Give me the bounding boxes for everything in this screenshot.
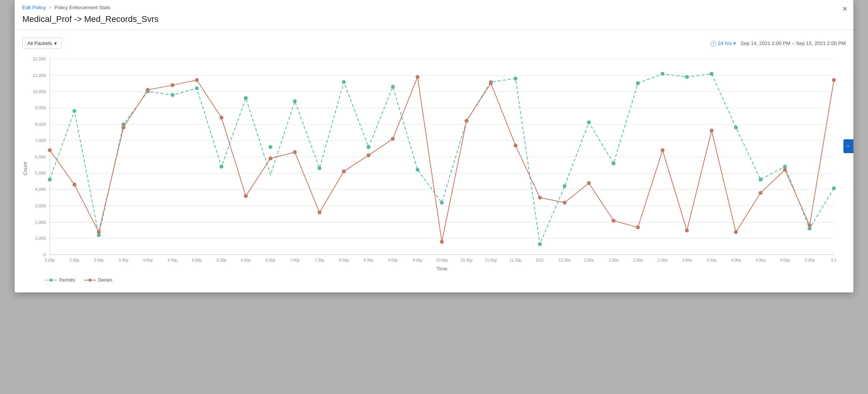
svg-text:8:00p: 8:00p (339, 258, 349, 262)
svg-point-119 (612, 219, 616, 222)
modal-header: Edit Policy > Policy Enforcement Stats M… (15, 0, 853, 30)
breadcrumb-current: Policy Enforcement Stats (55, 5, 110, 10)
denies-line-icon (84, 278, 96, 282)
svg-text:9:30p: 9:30p (412, 258, 422, 262)
svg-point-87 (636, 81, 640, 85)
close-button[interactable]: × (842, 5, 847, 13)
svg-point-115 (514, 144, 517, 147)
svg-point-114 (489, 81, 493, 85)
svg-point-116 (538, 195, 542, 199)
time-range-button[interactable]: 🕐 24 hrs ▾ (710, 40, 736, 47)
svg-point-98 (97, 230, 101, 234)
svg-text:10:30p: 10:30p (461, 258, 472, 262)
svg-point-126 (783, 168, 787, 172)
svg-text:4:00a: 4:00a (731, 258, 741, 262)
breadcrumb-separator: > (49, 5, 52, 10)
svg-point-120 (636, 225, 640, 229)
date-range-label: Sep 14, 2021 2:00 PM – Sep 15, 2021 2:00… (741, 40, 846, 46)
denies-label: Denies (98, 277, 112, 283)
svg-point-130 (50, 279, 53, 282)
svg-text:7:00p: 7:00p (290, 258, 300, 262)
svg-point-92 (759, 178, 763, 182)
svg-point-77 (391, 85, 395, 88)
svg-point-73 (293, 99, 297, 103)
svg-text:5:00a: 5:00a (780, 258, 790, 262)
svg-point-91 (734, 125, 738, 129)
permits-line-icon (45, 278, 57, 282)
svg-text:4:30p: 4:30p (168, 258, 178, 262)
svg-point-106 (293, 150, 297, 154)
page-title: Medical_Prof -> Med_Records_Svrs (22, 12, 846, 30)
svg-text:2,000: 2,000 (35, 220, 46, 225)
svg-point-90 (709, 72, 713, 76)
svg-text:Count: Count (22, 162, 28, 175)
svg-point-132 (88, 279, 92, 282)
svg-point-63 (48, 178, 52, 182)
chart-legend: Permits Denies (22, 277, 846, 283)
svg-point-103 (220, 116, 224, 120)
svg-text:7:30p: 7:30p (315, 258, 325, 262)
right-side-tab[interactable]: › (843, 139, 853, 153)
svg-point-96 (48, 148, 52, 152)
svg-point-89 (685, 75, 689, 79)
svg-point-128 (832, 78, 836, 82)
svg-text:11,000: 11,000 (33, 73, 46, 78)
svg-point-64 (72, 109, 76, 113)
svg-text:1:30a: 1:30a (609, 258, 619, 262)
svg-point-70 (220, 165, 224, 169)
svg-point-127 (808, 224, 811, 227)
svg-point-113 (464, 119, 468, 123)
svg-point-79 (440, 201, 444, 205)
time-range-value: 24 hrs (718, 40, 732, 46)
svg-text:12:30a: 12:30a (559, 258, 571, 262)
svg-text:4:00p: 4:00p (143, 258, 153, 262)
svg-point-71 (244, 96, 248, 100)
svg-text:10,000: 10,000 (33, 89, 46, 94)
svg-point-110 (391, 137, 395, 141)
filter-chevron-icon: ▾ (54, 40, 57, 46)
svg-point-102 (195, 78, 199, 82)
svg-point-125 (759, 191, 763, 195)
svg-point-78 (416, 168, 419, 172)
svg-text:4:30a: 4:30a (756, 258, 766, 262)
breadcrumb-link[interactable]: Edit Policy (22, 5, 46, 10)
svg-point-107 (317, 210, 321, 214)
svg-point-99 (122, 125, 125, 129)
svg-point-121 (661, 148, 664, 152)
svg-text:11:00p: 11:00p (485, 258, 497, 262)
svg-text:5:30a: 5:30a (805, 258, 815, 262)
svg-point-69 (195, 86, 199, 90)
svg-text:4,000: 4,000 (35, 187, 46, 192)
svg-point-88 (661, 72, 664, 76)
svg-text:2:30p: 2:30p (70, 258, 80, 262)
svg-text:0: 0 (43, 252, 46, 257)
svg-point-112 (440, 240, 444, 244)
clock-icon: 🕐 (710, 40, 716, 47)
svg-text:12,000: 12,000 (33, 57, 46, 61)
svg-text:10:00p: 10:00p (436, 258, 448, 262)
filter-label: All Packets (27, 40, 52, 46)
svg-point-122 (685, 229, 689, 232)
svg-text:7,000: 7,000 (35, 138, 46, 143)
svg-text:8:30p: 8:30p (364, 258, 374, 262)
filter-dropdown[interactable]: All Packets ▾ (22, 38, 62, 49)
svg-text:2:00p: 2:00p (45, 258, 55, 262)
svg-point-105 (269, 157, 272, 160)
svg-point-101 (170, 83, 174, 87)
svg-text:8,000: 8,000 (35, 122, 46, 127)
breadcrumb: Edit Policy > Policy Enforcement Stats (22, 5, 846, 10)
svg-text:11:30p: 11:30p (509, 258, 521, 262)
svg-text:9/15: 9/15 (536, 258, 544, 262)
svg-text:6:00p: 6:00p (241, 258, 251, 262)
svg-text:6:1: 6:1 (831, 258, 836, 262)
svg-text:3:30p: 3:30p (119, 258, 129, 262)
svg-point-97 (72, 183, 76, 187)
svg-text:2:00a: 2:00a (633, 258, 643, 262)
chart-area: Count 0 1,000 2,000 3,000 4,000 5,0 (22, 55, 846, 274)
svg-text:9:00p: 9:00p (388, 258, 398, 262)
svg-point-123 (709, 129, 713, 132)
svg-point-109 (367, 153, 371, 157)
svg-text:6,000: 6,000 (35, 155, 46, 159)
chart-svg: Count 0 1,000 2,000 3,000 4,000 5,0 (22, 55, 846, 274)
svg-text:3:30a: 3:30a (707, 258, 717, 262)
